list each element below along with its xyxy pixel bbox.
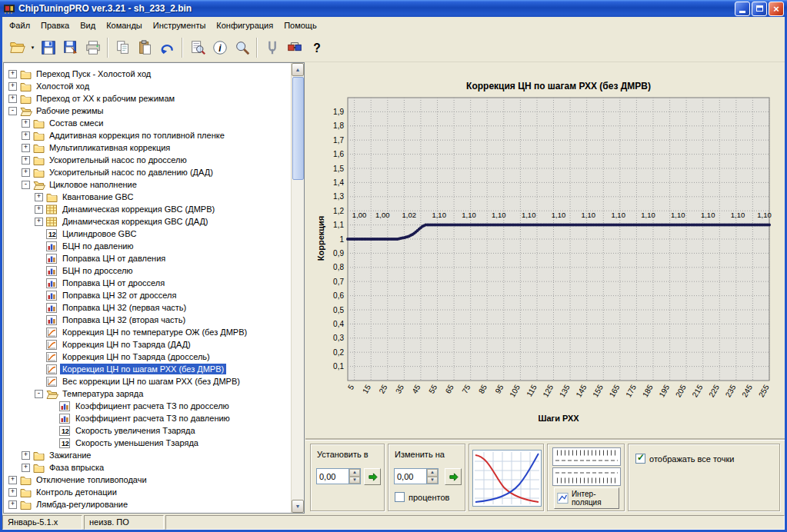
tree-item[interactable]: Поправка ЦН 32 (первая часть) — [4, 301, 291, 314]
tree-item[interactable]: Коррекция ЦН по Тзаряда (дроссель) — [4, 351, 291, 363]
menu-item-5[interactable]: Конфигурация — [211, 18, 278, 32]
expand-icon[interactable]: + — [22, 144, 30, 152]
expand-icon[interactable]: + — [22, 119, 30, 128]
info-button[interactable]: i — [208, 36, 231, 59]
apply-set-button[interactable] — [364, 468, 381, 485]
tree-item[interactable]: +Мультипликативная коррекция — [4, 141, 291, 154]
tree-item[interactable]: Поправка ЦН от давления — [4, 252, 291, 264]
tree-item[interactable]: Коэффициент расчета ТЗ по дросселю — [4, 400, 291, 412]
expand-icon[interactable]: + — [8, 500, 17, 509]
menu-item-1[interactable]: Правка — [35, 18, 75, 32]
print-button[interactable] — [82, 36, 104, 59]
tree-item[interactable]: +Контроль детонации — [4, 486, 291, 498]
menu-item-6[interactable]: Помощь — [278, 18, 322, 32]
tree-item[interactable]: -Цикловое наполнение — [4, 178, 291, 191]
expand-icon[interactable]: + — [8, 95, 17, 103]
scroll-thumb[interactable] — [292, 77, 304, 180]
scroll-down-icon[interactable]: ▼ — [292, 500, 304, 513]
expand-icon[interactable]: + — [22, 156, 30, 165]
interpolation-pattern-1[interactable] — [552, 447, 621, 466]
percent-checkbox-box[interactable] — [395, 492, 405, 502]
tree-item[interactable]: +Фаза впрыска — [4, 461, 291, 474]
change-value-input[interactable] — [395, 469, 426, 484]
tree-item[interactable]: +Динамическая коррекция GBC (ДМРВ) — [4, 203, 291, 215]
tree-item[interactable]: 12Цилиндровое GBC — [4, 228, 291, 240]
chart-plot[interactable]: 0,10,20,30,40,50,60,70,80,911,11,21,31,4… — [305, 62, 785, 417]
save-as-button[interactable] — [59, 36, 82, 59]
tree-item[interactable]: +Холостой ход — [4, 80, 291, 92]
scroll-up-icon[interactable]: ▲ — [292, 63, 304, 76]
connect-button[interactable] — [283, 36, 305, 59]
open-dropdown-arrow[interactable]: ▼ — [28, 36, 37, 59]
expand-icon[interactable]: + — [35, 205, 43, 214]
tree-item[interactable]: Коррекция ЦН по шагам РХХ (без ДМРВ) — [4, 363, 291, 375]
save-button[interactable] — [37, 36, 59, 59]
title-bar[interactable]: ChipTuningPRO ver.3.21 - sh_233_2.bin × — [0, 0, 787, 17]
tree-item[interactable]: БЦН по давлению — [4, 240, 291, 252]
collapse-icon[interactable]: - — [22, 181, 30, 189]
tree-item[interactable]: 12Скорость увеличения Тзаряда — [4, 424, 291, 437]
tree-item[interactable]: +Зажигание — [4, 449, 291, 461]
maximize-button[interactable] — [752, 2, 767, 16]
tree-item[interactable]: +Ускорительный насос по дросселю — [4, 154, 291, 166]
tree-item[interactable]: +Квантование GBC — [4, 191, 291, 203]
tree-item[interactable]: Поправка ЦН от дросселя — [4, 277, 291, 289]
expand-icon[interactable]: + — [22, 464, 30, 472]
tree-item[interactable]: Вес коррекции ЦН по шагам РХХ (без ДМРВ) — [4, 375, 291, 387]
set-spin-down-icon[interactable]: ▼ — [349, 477, 360, 484]
tree-item[interactable]: -Температура заряда — [4, 387, 291, 400]
tree-item[interactable]: +Аддитивная коррекция по топливной пленк… — [4, 129, 291, 141]
tree-item[interactable]: +Ускорительный насос по давлению (ДАД) — [4, 166, 291, 178]
collapse-icon[interactable]: - — [35, 390, 43, 398]
tree-item[interactable]: +Лямбда-регулирование — [4, 498, 291, 510]
expand-icon[interactable]: + — [22, 131, 30, 140]
tuning-fork-button[interactable] — [261, 36, 283, 59]
change-spin-down-icon[interactable]: ▼ — [427, 477, 438, 484]
menu-item-3[interactable]: Команды — [101, 18, 148, 32]
paste-button[interactable] — [134, 36, 156, 59]
menu-item-4[interactable]: Инструменты — [148, 18, 212, 32]
minimize-button[interactable] — [735, 2, 750, 16]
tree-item[interactable]: +Переход от ХХ к рабочим режимам — [4, 92, 291, 105]
expand-icon[interactable]: + — [35, 218, 43, 226]
expand-icon[interactable]: + — [8, 82, 17, 91]
tree-item[interactable]: +Отключение топливоподачи — [4, 474, 291, 486]
expand-icon[interactable]: + — [8, 476, 17, 484]
help-button[interactable]: ? — [305, 36, 328, 59]
menu-item-2[interactable]: Вид — [75, 18, 101, 32]
apply-change-button[interactable] — [445, 468, 462, 485]
interpolation-button[interactable]: Интер-поляция — [554, 487, 619, 509]
show-all-points-checkbox[interactable]: отображать все точки — [635, 454, 734, 464]
set-value-input[interactable] — [317, 469, 348, 484]
tree-item[interactable]: 12Скорость уменьшения Тзаряда — [4, 437, 291, 449]
tree-item[interactable]: Коррекция ЦН по температуре ОЖ (без ДМРВ… — [4, 326, 291, 338]
set-spin-up-icon[interactable]: ▲ — [349, 469, 360, 477]
percent-checkbox[interactable]: процентов — [395, 492, 449, 502]
preview-button[interactable] — [186, 36, 208, 59]
tree-item[interactable]: Поправка ЦН 32 (вторая часть) — [4, 314, 291, 326]
tree-item[interactable]: +Состав смеси — [4, 117, 291, 129]
expand-icon[interactable]: + — [22, 451, 30, 460]
close-button[interactable]: × — [769, 2, 784, 16]
tree-item[interactable]: + — [4, 510, 291, 513]
open-button[interactable] — [6, 36, 28, 59]
show-all-points-checkbox-box[interactable] — [635, 454, 645, 464]
expand-icon[interactable]: + — [8, 70, 17, 78]
tree-item[interactable]: +Переход Пуск - Холостой ход — [4, 68, 291, 80]
expand-icon[interactable]: + — [8, 488, 17, 497]
tree-item[interactable]: Коррекция ЦН по Тзаряда (ДАД) — [4, 338, 291, 351]
tree-item[interactable]: -Рабочие режимы — [4, 105, 291, 117]
menu-item-0[interactable]: Файл — [4, 18, 35, 32]
tree-item[interactable]: Коэффициент расчета ТЗ по давлению — [4, 412, 291, 424]
copy-button[interactable] — [112, 36, 134, 59]
tree-item[interactable]: Поправка ЦН 32 от дросселя — [4, 289, 291, 301]
search-button[interactable] — [231, 36, 253, 59]
tree-scrollbar[interactable]: ▲ ▼ — [291, 63, 304, 513]
tree-item[interactable]: +Динамическая коррекция GBC (ДАД) — [4, 215, 291, 228]
change-spin-up-icon[interactable]: ▲ — [427, 469, 438, 477]
undo-button[interactable] — [156, 36, 178, 59]
tree-item[interactable]: БЦН по дросселю — [4, 264, 291, 277]
law-preview-button[interactable] — [472, 450, 542, 507]
interpolation-pattern-2[interactable] — [552, 467, 621, 486]
expand-icon[interactable]: + — [22, 168, 30, 177]
